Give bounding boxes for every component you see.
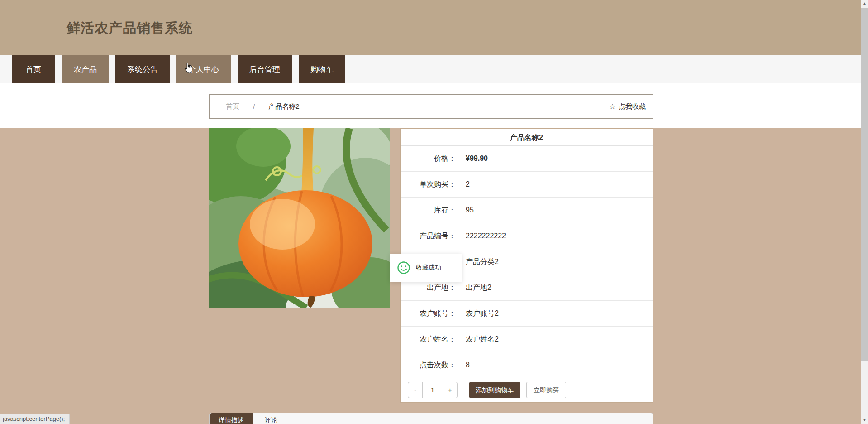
favorite-success-toast: 收藏成功 [390, 254, 462, 282]
table-row-farmer-name: 农户姓名： 农户姓名2 [401, 327, 653, 352]
nav-tab-cart[interactable]: 购物车 [299, 55, 345, 83]
browser-status-bubble: javascript:centerPage(); [0, 414, 70, 424]
table-row-per-purchase: 单次购买： 2 [401, 172, 653, 198]
tab-comments[interactable]: 评论 [253, 413, 289, 424]
product-name-header: 产品名称2 [401, 129, 653, 146]
quantity-value[interactable]: 1 [422, 382, 443, 398]
page-title: 鲜活农产品销售系统 [67, 19, 193, 38]
purchase-actions-row: - 1 + 添加到购物车 立即购买 [401, 378, 653, 402]
hand-cursor-icon [183, 63, 194, 76]
main-nav: 首页 农产品 系统公告 个人中心 后台管理 购物车 [0, 55, 861, 83]
table-row-stock: 库存： 95 [401, 198, 653, 223]
star-icon: ☆ [609, 102, 616, 111]
vertical-scrollbar[interactable]: ▲ ▼ [861, 0, 868, 424]
scrollbar-thumb[interactable] [861, 8, 868, 361]
favorite-label: 点我收藏 [619, 102, 646, 111]
scroll-up-arrow-icon[interactable]: ▲ [861, 0, 868, 7]
buy-now-button[interactable]: 立即购买 [526, 382, 566, 398]
table-row-product-no: 产品编号： 2222222222 [401, 223, 653, 249]
favorite-button[interactable]: ☆ 点我收藏 [609, 102, 646, 111]
tab-description[interactable]: 详情描述 [210, 413, 253, 424]
breadcrumb: 首页 / 产品名称2 ☆ 点我收藏 [209, 94, 653, 119]
scroll-down-arrow-icon[interactable]: ▼ [861, 417, 868, 424]
breadcrumb-current: 产品名称2 [268, 102, 299, 111]
table-row-clicks: 点击次数： 8 [401, 352, 653, 378]
success-smiley-icon [397, 261, 410, 275]
breadcrumb-separator: / [253, 103, 255, 111]
detail-tabs-panel: 详情描述 评论 [209, 413, 653, 424]
quantity-increase-button[interactable]: + [443, 382, 458, 398]
add-to-cart-button[interactable]: 添加到购物车 [469, 382, 520, 398]
product-image-pumpkin[interactable] [209, 128, 390, 308]
toast-message: 收藏成功 [416, 264, 441, 272]
quantity-decrease-button[interactable]: - [408, 382, 423, 398]
nav-tab-admin[interactable]: 后台管理 [238, 55, 292, 83]
table-row-farmer-account: 农户账号： 农户账号2 [401, 301, 653, 327]
nav-tab-home[interactable]: 首页 [12, 55, 55, 83]
breadcrumb-home-link[interactable]: 首页 [226, 102, 239, 111]
quantity-stepper: - 1 + [408, 382, 458, 398]
header: 鲜活农产品销售系统 [0, 0, 861, 55]
table-row-price: 价格： ¥99.90 [401, 146, 653, 172]
nav-tab-announcements[interactable]: 系统公告 [115, 55, 170, 83]
nav-tab-products[interactable]: 农产品 [62, 55, 109, 83]
